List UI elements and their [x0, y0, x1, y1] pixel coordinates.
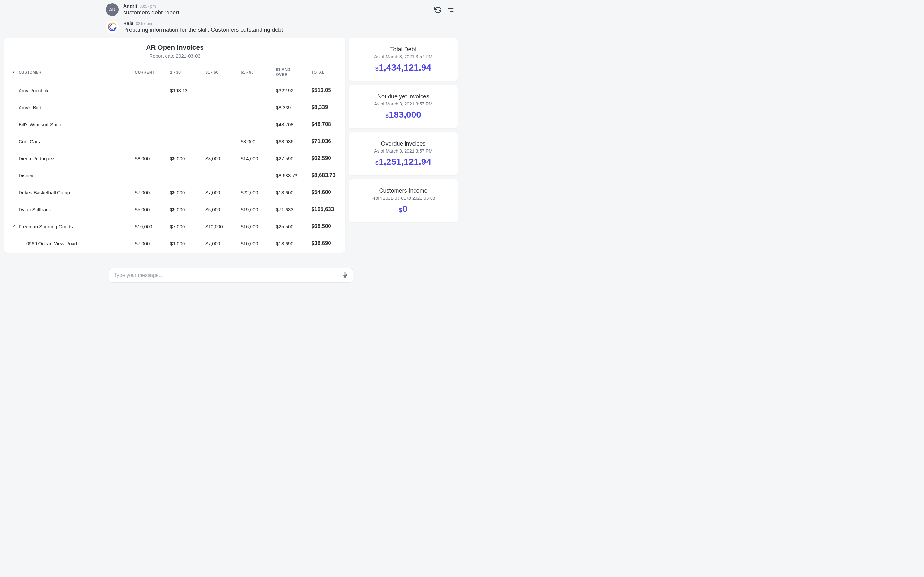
table-row[interactable]: 0969 Ocean View Road$7,000$1,000$7,000$1… [5, 235, 345, 252]
customer-name-cell: Dukes Basketball Camp [5, 184, 132, 201]
stat-card[interactable]: Customers IncomeFrom 2021-03-01 to 2021-… [349, 179, 457, 222]
total-cell: $62,590 [308, 150, 345, 167]
amount-cell: $27,590 [273, 150, 308, 167]
amount-cell [167, 167, 202, 184]
amount-cell [132, 133, 167, 150]
amount-cell: $25,500 [273, 218, 308, 235]
amount-cell: $8,683.73 [273, 167, 308, 184]
table-row[interactable]: Amy Rudchuk$193.13$322.92$516.05 [5, 82, 345, 99]
stat-title: Overdue invoices [355, 140, 451, 147]
stat-title: Customers Income [355, 187, 451, 194]
column-header-31-60[interactable]: 31 - 60 [202, 63, 237, 82]
stat-title: Not due yet invoices [355, 93, 451, 100]
stat-subtitle: As of March 3, 2021 3:57 PM [355, 54, 451, 59]
amount-cell: $1,000 [167, 235, 202, 252]
table-row[interactable]: Amy's Bird$8,339$8,339 [5, 99, 345, 116]
amount-cell: $193.13 [167, 82, 202, 99]
table-row[interactable]: Dukes Basketball Camp$7,000$5,000$7,000$… [5, 184, 345, 201]
amount-cell: $10,000 [237, 235, 273, 252]
message-author: Andrii [123, 3, 137, 9]
amount-cell: $5,000 [167, 184, 202, 201]
customer-name-cell: Cool Cars [5, 133, 132, 150]
stat-value: $183,000 [385, 110, 421, 120]
customer-name-cell: Dylan Sollfrank [5, 201, 132, 218]
stat-value: $1,251,121.94 [375, 157, 431, 167]
table-row[interactable]: Cool Cars$8,000$63,036$71,036 [5, 133, 345, 150]
amount-cell: $7,000 [202, 235, 237, 252]
menu-icon[interactable] [447, 6, 454, 15]
amount-cell [202, 82, 237, 99]
amount-cell: $48,708 [273, 116, 308, 133]
amount-cell [167, 133, 202, 150]
amount-cell: $8,339 [273, 99, 308, 116]
stat-card[interactable]: Overdue invoicesAs of March 3, 2021 3:57… [349, 132, 457, 175]
amount-cell [202, 167, 237, 184]
amount-cell: $10,000 [132, 218, 167, 235]
amount-cell: $5,000 [167, 201, 202, 218]
chat-message-bot: Hala 03:57 pm Preparing information for … [106, 21, 456, 33]
amount-cell [237, 116, 273, 133]
chevron-right-icon[interactable] [11, 69, 16, 75]
report-card: AR Open invoices Report date 2021-03-03 … [5, 38, 345, 253]
message-input[interactable] [114, 272, 342, 278]
amount-cell: $8,000 [132, 150, 167, 167]
column-header-total[interactable]: TOTAL [308, 63, 345, 82]
table-row[interactable]: Dylan Sollfrank$5,000$5,000$5,000$19,000… [5, 201, 345, 218]
total-cell: $8,339 [308, 99, 345, 116]
svg-point-6 [109, 24, 115, 30]
message-text: Preparing information for the skill: Cus… [123, 27, 456, 33]
amount-cell: $63,036 [273, 133, 308, 150]
stat-card[interactable]: Not due yet invoicesAs of March 3, 2021 … [349, 85, 457, 128]
column-header-customer[interactable]: CUSTOMER [5, 63, 132, 82]
table-row[interactable]: Disney$8,683.73$8,683.73 [5, 167, 345, 184]
chevron-down-icon[interactable] [11, 224, 16, 229]
amount-cell [202, 116, 237, 133]
total-cell: $38,690 [308, 235, 345, 252]
amount-cell [132, 99, 167, 116]
amount-cell [132, 82, 167, 99]
column-header-1-30[interactable]: 1 - 30 [167, 63, 202, 82]
amount-cell: $7,000 [167, 218, 202, 235]
message-time: 03:57 pm [136, 21, 152, 26]
amount-cell: $5,000 [202, 201, 237, 218]
message-time: 03:57 pm [140, 4, 156, 9]
table-row[interactable]: Freeman Sporting Goods$10,000$7,000$10,0… [5, 218, 345, 235]
message-input-bar[interactable] [109, 268, 353, 283]
column-header-current[interactable]: CURRENT [132, 63, 167, 82]
stat-value: $1,434,121.94 [375, 63, 431, 73]
column-header-91plus[interactable]: 91 ANDOVER [273, 63, 308, 82]
mic-icon[interactable] [342, 271, 348, 279]
stat-subtitle: As of March 3, 2021 3:57 PM [355, 148, 451, 153]
amount-cell [132, 116, 167, 133]
amount-cell: $322.92 [273, 82, 308, 99]
stat-title: Total Debt [355, 46, 451, 53]
amount-cell: $22,000 [237, 184, 273, 201]
customer-name-cell: Diego Rodriguez [5, 150, 132, 167]
total-cell: $105,633 [308, 201, 345, 218]
refresh-icon[interactable] [435, 6, 441, 15]
amount-cell [202, 133, 237, 150]
stat-card[interactable]: Total DebtAs of March 3, 2021 3:57 PM$1,… [349, 38, 457, 81]
total-cell: $54,600 [308, 184, 345, 201]
bot-avatar [106, 21, 119, 33]
table-row[interactable]: Diego Rodriguez$8,000$5,000$8,000$14,000… [5, 150, 345, 167]
customer-name-cell: Bill's Windsurf Shop [5, 116, 132, 133]
table-row[interactable]: Bill's Windsurf Shop$48,708$48,708 [5, 116, 345, 133]
amount-cell [237, 167, 273, 184]
amount-cell: $14,000 [237, 150, 273, 167]
total-cell: $68,500 [308, 218, 345, 235]
amount-cell: $71,633 [273, 201, 308, 218]
customer-name-cell: Freeman Sporting Goods [5, 218, 132, 235]
amount-cell [237, 82, 273, 99]
column-header-61-90[interactable]: 61 - 90 [237, 63, 273, 82]
total-cell: $516.05 [308, 82, 345, 99]
total-cell: $71,036 [308, 133, 345, 150]
amount-cell [202, 99, 237, 116]
amount-cell [132, 167, 167, 184]
chat-message-user: AR Andrii 03:57 pm customers debt report [106, 3, 456, 16]
customer-name-cell: Amy's Bird [5, 99, 132, 116]
message-author: Hala [123, 21, 134, 26]
avatar: AR [106, 3, 119, 16]
report-date: Report date 2021-03-03 [5, 53, 345, 59]
amount-cell: $10,000 [202, 218, 237, 235]
